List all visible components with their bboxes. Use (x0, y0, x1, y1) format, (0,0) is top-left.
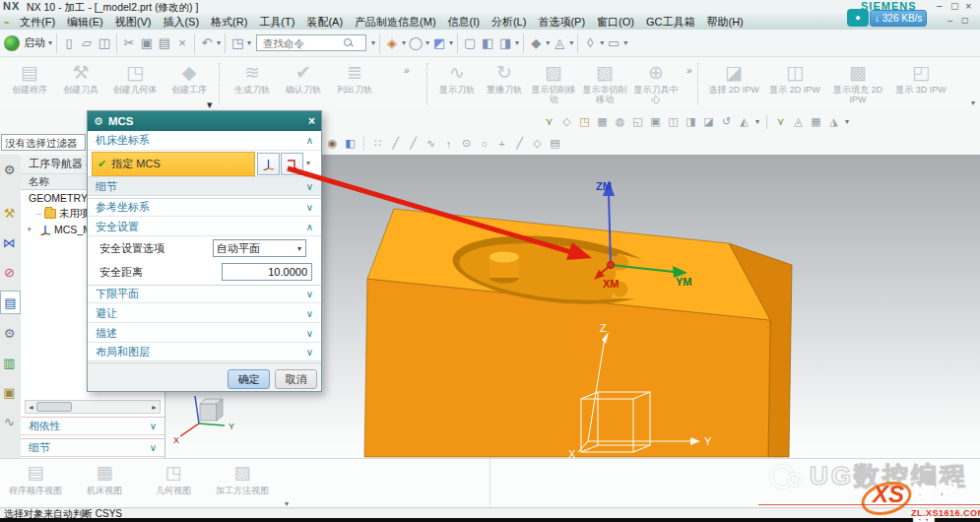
assembly-navigator-icon[interactable]: ⚒ (0, 202, 19, 224)
view-tool-icon[interactable]: ◱ (630, 114, 645, 129)
show-cut-moves-button[interactable]: ▨ 显示切削移动 (528, 59, 579, 105)
menu-tools[interactable]: 工具(T) (253, 15, 300, 30)
create-tool-button[interactable]: ⚒ 创建刀具 (55, 59, 106, 95)
caret-icon[interactable]: ▾ (622, 38, 628, 47)
snap-line-icon[interactable]: ╱ (512, 136, 527, 151)
constraint-navigator-icon[interactable]: ⋈ (0, 231, 19, 253)
clip-section-icon[interactable]: ◨ (496, 34, 514, 52)
scroll-right-icon[interactable]: ► (149, 404, 160, 411)
view-orientation-gizmo[interactable] (180, 396, 225, 436)
menu-analysis[interactable]: 分析(L) (486, 15, 532, 30)
dialog-title-bar[interactable]: ⚙ MCS × (88, 111, 321, 131)
undo-caret-icon[interactable]: ▾ (216, 38, 222, 47)
menu-information[interactable]: 信息(I) (442, 15, 486, 30)
list-toolpath-button[interactable]: ≣ 列出刀轨 (329, 59, 380, 95)
show-toolpath-button[interactable]: ∿ 显示刀轨 (433, 59, 481, 105)
menu-gc-toolbox[interactable]: GC工具箱 (640, 15, 701, 30)
view-tool-icon[interactable]: ▣ (648, 114, 663, 129)
create-geometry-button[interactable]: ◳ 创建几何体 (106, 59, 163, 95)
menu-edit[interactable]: 编辑(E) (61, 15, 109, 30)
view-tool-icon[interactable]: ▦ (809, 114, 823, 129)
dialog-close-icon[interactable]: × (308, 114, 315, 128)
view-tool-icon[interactable]: ◳ (577, 114, 592, 129)
create-program-button[interactable]: ▤ 创建程序 (4, 59, 55, 95)
search-input[interactable] (261, 36, 344, 50)
view-tool-icon[interactable]: ▦ (595, 114, 610, 129)
scroll-thumb[interactable] (36, 402, 72, 412)
doc-restore-button[interactable]: ▢ (961, 16, 969, 25)
view-tool-icon[interactable]: ◇ (559, 114, 574, 129)
start-button[interactable]: 启动 (20, 35, 47, 50)
caret-icon[interactable]: ▾ (754, 117, 760, 126)
snap-curve-icon[interactable]: ∿ (424, 136, 438, 151)
show-tool-center-button[interactable]: ⊕ 显示刀具中心 (630, 59, 682, 105)
copy-icon[interactable]: ▣ (138, 34, 156, 52)
safety-settings-section[interactable]: 安全设置 ∧ (88, 218, 321, 236)
details-section[interactable]: 细节 ∨ (21, 438, 164, 457)
menu-file[interactable]: 文件(F) (14, 15, 61, 30)
show-filled-2d-ipw-button[interactable]: ▩ 显示填充 2D IPW (825, 59, 890, 105)
show-noncut-moves-button[interactable]: ▧ 显示非切削移动 (579, 59, 630, 105)
view-tool-icon[interactable]: ◭ (737, 114, 751, 129)
lower-limit-section[interactable]: 下限平面 ∨ (88, 285, 321, 303)
palette-icon[interactable]: ◆ (527, 34, 545, 52)
chevron-down-icon[interactable]: ∨ (306, 328, 313, 339)
chevron-down-icon[interactable]: ∨ (306, 347, 313, 358)
chevron-up-icon[interactable]: ∧ (306, 222, 313, 232)
menu-help[interactable]: 帮助(H) (700, 15, 749, 30)
display-mode-icon[interactable]: ◯ (407, 34, 425, 52)
show-2d-ipw-button[interactable]: ◫ 显示 2D IPW (764, 59, 825, 105)
csys-dialog-button[interactable] (257, 153, 280, 175)
snap-midpoint-icon[interactable]: ╱ (406, 136, 421, 151)
cancel-button[interactable]: 取消 (275, 369, 317, 389)
dependencies-section[interactable]: 相依性 ∨ (21, 417, 164, 435)
snap-endpoint-icon[interactable]: ╱ (388, 136, 403, 151)
scroll-left-icon[interactable]: ◄ (26, 404, 36, 411)
close-button[interactable]: × (965, 0, 971, 12)
create-operation-button[interactable]: ◆ 创建工序 (163, 59, 215, 95)
snap-plane-icon[interactable]: ▤ (548, 136, 562, 151)
pane-icon[interactable]: ▢ (461, 34, 479, 52)
menu-view[interactable]: 视图(V) (109, 15, 158, 30)
geometry-view-button[interactable]: ◳ 几何视图 (146, 462, 201, 495)
snap-intersection-icon[interactable]: + (494, 136, 509, 151)
selection-filter-combo[interactable]: 没有选择过滤器 (1, 134, 86, 151)
layout-layers-section[interactable]: 布局和图层 ∨ (88, 343, 321, 361)
replay-toolpath-button[interactable]: ↻ 重播刀轨 (481, 59, 528, 105)
description-section[interactable]: 描述 ∨ (88, 324, 321, 343)
menu-window[interactable]: 窗口(O) (591, 15, 640, 30)
show-3d-ipw-button[interactable]: ◰ 显示 3D IPW (890, 59, 951, 105)
caret-icon[interactable]: ▾ (844, 117, 850, 126)
undo-icon[interactable]: ↶ (198, 34, 216, 52)
view-tool-icon[interactable]: ◮ (826, 114, 841, 129)
snap-pole-icon[interactable]: ↑ (441, 136, 456, 151)
mcs-details-section[interactable]: 细节 ∨ (88, 176, 321, 196)
menu-preferences[interactable]: 首选项(P) (532, 15, 591, 30)
snap-scattered-icon[interactable]: ∷ (370, 136, 385, 151)
program-order-view-button[interactable]: ▤ 程序顺序视图 (8, 462, 63, 495)
section-view-icon[interactable]: ◧ (479, 34, 496, 52)
csys-options-caret-icon[interactable]: ▾ (305, 159, 311, 167)
generate-toolpath-button[interactable]: ≋ 生成刀轨 (227, 59, 278, 95)
chevron-down-icon[interactable]: ∨ (150, 442, 157, 453)
view-tool-icon[interactable]: ◨ (684, 114, 698, 129)
snap-center-icon[interactable]: ⊙ (459, 136, 474, 151)
caret-icon[interactable]: ▾ (514, 38, 520, 47)
more-tools-icon[interactable]: » (686, 65, 692, 76)
snap-point-icon[interactable]: ◇ (530, 136, 545, 151)
selection-arrow-icon[interactable]: ◬ (551, 34, 568, 52)
chevron-down-icon[interactable]: ∨ (306, 289, 313, 299)
safety-distance-input[interactable] (222, 263, 312, 281)
ruler-icon[interactable]: ▭ (605, 34, 622, 52)
menu-format[interactable]: 格式(R) (205, 15, 253, 30)
view-tool-icon[interactable]: ◪ (701, 114, 716, 129)
chevron-down-icon[interactable]: ∨ (150, 421, 157, 431)
module-caret-icon[interactable]: ▾ (246, 38, 252, 47)
save-icon[interactable]: ◫ (96, 34, 113, 52)
tree-expand-icon[interactable]: + (27, 225, 36, 234)
chevron-up-icon[interactable]: ∧ (306, 135, 313, 146)
search-caret-icon[interactable]: ▾ (370, 38, 376, 47)
delete-icon[interactable]: × (173, 34, 191, 52)
safety-option-combo[interactable]: 自动平面 ▾ (213, 239, 306, 257)
view-tool-icon[interactable]: ◫ (666, 114, 681, 129)
